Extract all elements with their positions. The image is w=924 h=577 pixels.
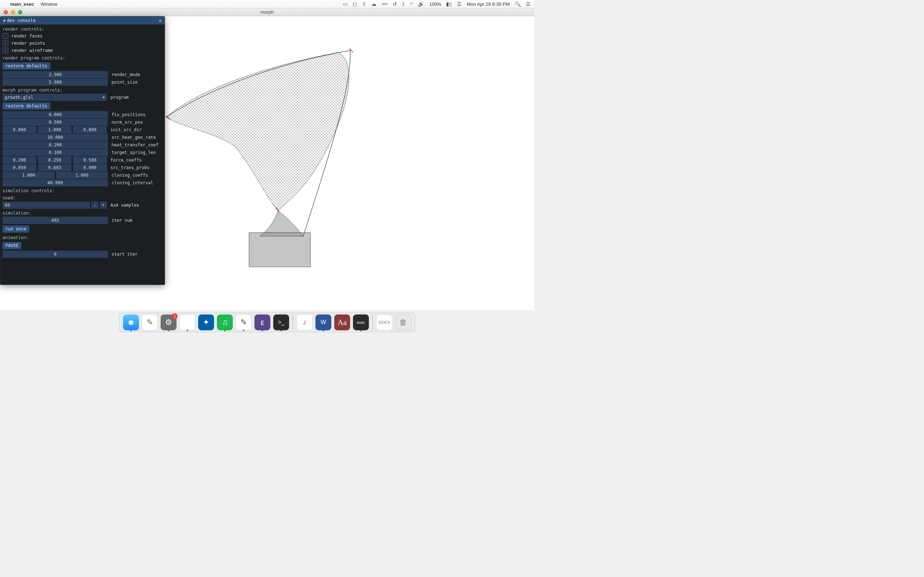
dock-term-icon[interactable]: >_ — [273, 314, 289, 330]
dev-console-close-icon[interactable]: ✕ — [159, 18, 162, 23]
param-value[interactable]: 0.693 — [38, 164, 72, 171]
param-value[interactable]: 0.500 — [3, 119, 108, 126]
morph-program-controls-label: morph program controls: — [3, 86, 162, 93]
param-label: norm_src_pos — [109, 120, 163, 125]
param-label: cloning_coeffs — [109, 173, 163, 178]
notification-center-icon[interactable]: ☰ — [526, 1, 531, 7]
app-name[interactable]: main_exec — [10, 2, 34, 7]
wifi-icon[interactable]: ⌔ — [410, 1, 413, 7]
dock-notes-icon[interactable]: ✎ — [236, 314, 252, 330]
display-icon[interactable]: ▭ — [343, 1, 347, 7]
param-value[interactable]: 402 — [3, 217, 108, 224]
cloud-icon[interactable]: ☁ — [372, 1, 376, 7]
dock-emacs-icon[interactable]: ε — [254, 314, 270, 330]
param-value[interactable]: 0 — [3, 251, 108, 258]
param-label: program — [108, 95, 162, 100]
battery-icon[interactable]: ▮▯ — [446, 1, 452, 7]
checkbox-label: render wireframe — [11, 48, 53, 53]
iter-num-row: 402 iter num — [3, 217, 162, 224]
param-value[interactable]: 0.200 — [3, 141, 108, 148]
param-point-size: 5.000 point_size — [3, 79, 162, 86]
dock-chrome-icon[interactable]: ◉ — [179, 314, 195, 330]
render-controls-label: render controls: — [3, 25, 162, 32]
restore-defaults-button[interactable]: restore defaults — [3, 62, 50, 69]
window-titlebar: morph — [0, 8, 534, 16]
spotlight-icon[interactable]: 🔍 — [515, 1, 521, 7]
param-value[interactable]: 0.000 — [73, 164, 107, 171]
menu-window[interactable]: Window — [41, 2, 57, 7]
dev-console-title: dev console — [7, 18, 36, 23]
program-dropdown-row: growth.glsl ▼ program — [3, 94, 162, 101]
dock-docx-icon[interactable]: DOCX — [376, 314, 393, 330]
param-value[interactable]: 1.000 — [56, 172, 108, 179]
datetime[interactable]: Mon Apr 29 8:39 PM — [467, 2, 510, 7]
param-value[interactable]: 0.500 — [73, 156, 107, 164]
dock-sketch-icon[interactable]: ✎ — [142, 314, 158, 330]
axa-samples-input[interactable]: 60 — [3, 201, 90, 209]
dock-dict-icon[interactable]: Aa — [334, 314, 350, 330]
param-value[interactable]: 2.500 — [3, 71, 108, 78]
param-value[interactable]: 1.000 — [3, 172, 55, 179]
running-indicator — [323, 330, 324, 331]
pause-button[interactable]: PAUSE — [3, 242, 21, 249]
running-indicator — [187, 330, 188, 331]
param-src-trans-probs: 0.0500.6930.000src_trans_probs — [3, 164, 162, 171]
param-norm-src-pos: 0.500norm_src_pos — [3, 119, 162, 126]
dock-exec-icon[interactable]: exec — [353, 314, 369, 330]
checkbox-render-faces[interactable]: render faces — [3, 32, 162, 40]
dropdown-value: growth.glsl — [5, 95, 33, 100]
running-indicator — [224, 330, 226, 331]
stepper-minus-button[interactable]: - — [91, 201, 99, 209]
volume-icon[interactable]: 🔊 — [418, 1, 424, 7]
param-value[interactable]: 40.000 — [3, 179, 108, 187]
dock: ☻✎⚙1◉✦♫✎ε>_♪WAaexecDOCX🗑 — [119, 313, 415, 332]
param-value[interactable]: 0.000 — [3, 111, 108, 118]
dock-region: ☻✎⚙1◉✦♫✎ε>_♪WAaexecDOCX🗑 — [0, 310, 534, 334]
param-value[interactable]: 0.000 — [3, 126, 36, 134]
collapse-triangle-icon[interactable]: ▼ — [3, 19, 5, 23]
simulation-controls-label: simulation controls: — [3, 187, 162, 194]
param-value[interactable]: 10.000 — [3, 134, 108, 141]
param-label: start iter — [109, 252, 163, 257]
program-dropdown[interactable]: growth.glsl ▼ — [3, 94, 107, 101]
running-indicator — [130, 330, 132, 331]
dev-console-titlebar[interactable]: ▼dev console ✕ — [0, 16, 165, 24]
window-icon[interactable]: ◻ — [353, 1, 357, 7]
stepper-plus-button[interactable]: + — [100, 201, 107, 209]
dropbox-icon[interactable]: ⇪ — [362, 1, 366, 7]
param-label: force_coeffs — [108, 158, 162, 163]
chevron-down-icon: ▼ — [103, 95, 105, 99]
param-cloning-interval: 40.000cloning_interval — [3, 179, 162, 187]
restore-defaults-button-2[interactable]: restore defaults — [3, 102, 50, 110]
timemachine-icon[interactable]: ↺ — [393, 1, 397, 7]
checkbox-render-points[interactable]: ✓ render points — [3, 40, 162, 47]
bluetooth-icon[interactable]: ᛒ — [402, 1, 405, 7]
checkbox-icon — [3, 33, 8, 39]
param-value[interactable]: 5.000 — [3, 79, 108, 86]
param-value[interactable]: 0.200 — [3, 156, 36, 164]
control-center-icon[interactable]: ☰ — [457, 1, 462, 7]
param-value[interactable]: 1.000 — [38, 126, 72, 134]
param-label: fix_positions — [109, 112, 163, 117]
simulation-label: simulation: — [3, 209, 162, 216]
glasses-icon[interactable]: 👓 — [381, 1, 388, 7]
dock-finder-icon[interactable]: ☻ — [123, 314, 139, 330]
running-indicator — [360, 330, 362, 331]
battery-percent[interactable]: 100% — [429, 2, 441, 7]
param-value[interactable]: 0.050 — [3, 164, 36, 171]
dock-trash-icon[interactable]: 🗑 — [395, 314, 411, 330]
dock-db-icon[interactable]: ✦ — [198, 314, 214, 330]
dock-word-icon[interactable]: W — [315, 314, 331, 330]
dock-itunes-icon[interactable]: ♪ — [297, 314, 313, 330]
seed-label: seed: — [3, 194, 162, 201]
param-label: iter num — [109, 218, 163, 223]
dock-settings-icon[interactable]: ⚙1 — [161, 314, 176, 330]
dock-spotify-icon[interactable]: ♫ — [217, 314, 233, 330]
param-value[interactable]: 0.250 — [38, 156, 72, 164]
checkbox-render-wireframe[interactable]: ✓ render wireframe — [3, 47, 162, 54]
run-once-button[interactable]: run once — [3, 226, 29, 233]
param-value[interactable]: 0.100 — [3, 149, 108, 156]
running-indicator — [281, 330, 282, 331]
param-label: AxA samples — [108, 203, 162, 208]
param-value[interactable]: 0.000 — [73, 126, 107, 134]
